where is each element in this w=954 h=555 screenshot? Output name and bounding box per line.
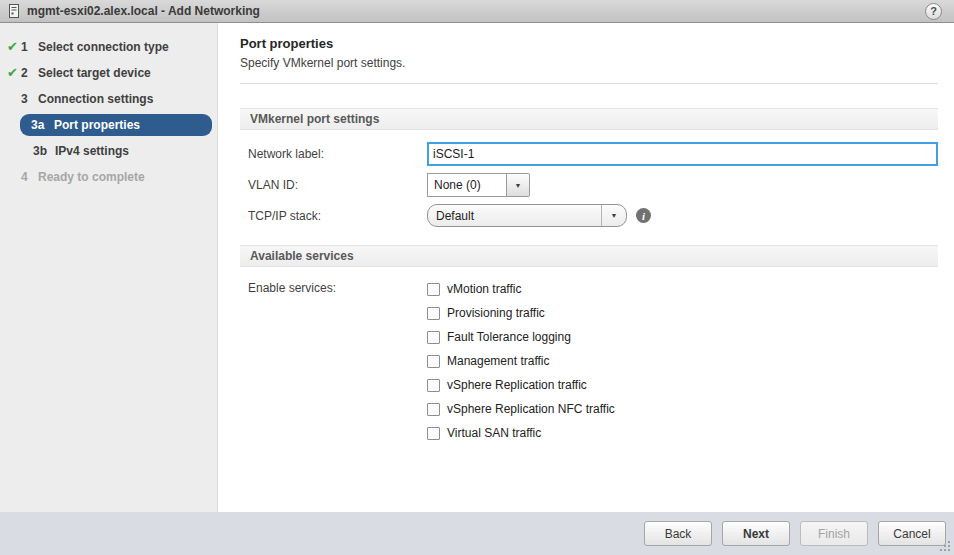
sidebar-item-ready-to-complete: 4 Ready to complete — [0, 164, 217, 190]
checkbox-icon[interactable] — [427, 427, 440, 440]
network-label-row: Network label: — [240, 142, 938, 166]
chevron-down-icon: ▼ — [515, 182, 522, 189]
service-vsphere-replication-nfc-traffic[interactable]: vSphere Replication NFC traffic — [427, 397, 615, 421]
finish-button: Finish — [800, 521, 868, 546]
step-label: Connection settings — [38, 92, 153, 106]
step-number: 3b — [33, 144, 55, 158]
resize-gripper-icon[interactable] — [948, 549, 950, 551]
network-label-input[interactable] — [427, 142, 938, 166]
tcpip-stack-dropdown[interactable]: Default ▼ — [427, 204, 627, 227]
step-number: 3a — [31, 118, 54, 132]
tcpip-stack-label: TCP/IP stack: — [240, 209, 427, 223]
step-number: 4 — [21, 170, 38, 184]
dialog-title: mgmt-esxi02.alex.local - Add Networking — [27, 4, 925, 18]
step-number: 2 — [21, 66, 38, 80]
step-number: 3 — [21, 92, 38, 106]
sidebar-item-select-connection-type[interactable]: ✔ 1 Select connection type — [0, 34, 217, 60]
service-vmotion-traffic[interactable]: vMotion traffic — [427, 277, 615, 301]
service-virtual-san-traffic[interactable]: Virtual SAN traffic — [427, 421, 615, 445]
sidebar-item-ipv4-settings[interactable]: 3b IPv4 settings — [0, 138, 217, 164]
section-vmkernel-port-settings: VMkernel port settings — [240, 108, 938, 130]
checkbox-icon[interactable] — [427, 355, 440, 368]
tcpip-stack-row: TCP/IP stack: Default ▼ i — [240, 204, 938, 227]
tcpip-stack-value: Default — [428, 209, 601, 223]
host-icon — [8, 3, 20, 19]
step-label: IPv4 settings — [55, 144, 129, 158]
wizard-steps-sidebar: ✔ 1 Select connection type ✔ 2 Select ta… — [0, 23, 218, 512]
chevron-down-icon: ▼ — [611, 212, 618, 219]
sidebar-item-port-properties-current[interactable]: 3a Port properties — [20, 114, 212, 136]
vlan-id-label: VLAN ID: — [240, 178, 427, 192]
checkbox-icon[interactable] — [427, 379, 440, 392]
step-label: Ready to complete — [38, 170, 145, 184]
network-label-label: Network label: — [240, 147, 427, 161]
next-button[interactable]: Next — [722, 521, 790, 546]
services-checkbox-list: vMotion traffic Provisioning traffic Fau… — [427, 277, 615, 445]
header-divider — [240, 83, 938, 84]
wizard-footer: Back Next Finish Cancel — [0, 512, 954, 555]
page-title: Port properties — [240, 36, 938, 51]
help-icon[interactable]: ? — [925, 3, 942, 20]
vlan-id-row: VLAN ID: None (0) ▼ — [240, 173, 938, 197]
service-fault-tolerance-logging[interactable]: Fault Tolerance logging — [427, 325, 615, 349]
checkbox-icon[interactable] — [427, 331, 440, 344]
service-vsphere-replication-traffic[interactable]: vSphere Replication traffic — [427, 373, 615, 397]
section-available-services: Available services — [240, 245, 938, 267]
back-button[interactable]: Back — [644, 521, 712, 546]
wizard-content: Port properties Specify VMkernel port se… — [218, 23, 954, 512]
checkbox-icon[interactable] — [427, 403, 440, 416]
service-provisioning-traffic[interactable]: Provisioning traffic — [427, 301, 615, 325]
checkbox-icon[interactable] — [427, 283, 440, 296]
sidebar-item-select-target-device[interactable]: ✔ 2 Select target device — [0, 60, 217, 86]
checkbox-icon[interactable] — [427, 307, 440, 320]
page-subtitle: Specify VMkernel port settings. — [240, 56, 938, 70]
title-bar: mgmt-esxi02.alex.local - Add Networking … — [0, 0, 954, 23]
check-icon: ✔ — [7, 39, 18, 54]
step-label: Select target device — [38, 66, 151, 80]
cancel-button[interactable]: Cancel — [878, 521, 946, 546]
vlan-id-dropdown[interactable]: None (0) ▼ — [427, 173, 530, 197]
sidebar-item-connection-settings[interactable]: 3 Connection settings — [0, 86, 217, 112]
check-icon: ✔ — [7, 65, 18, 80]
step-number: 1 — [21, 40, 38, 54]
enable-services-row: Enable services: vMotion traffic Provisi… — [240, 277, 938, 445]
service-management-traffic[interactable]: Management traffic — [427, 349, 615, 373]
step-label: Select connection type — [38, 40, 169, 54]
info-icon[interactable]: i — [636, 208, 651, 223]
step-label: Port properties — [54, 118, 140, 132]
vlan-id-value: None (0) — [427, 173, 507, 197]
enable-services-label: Enable services: — [240, 277, 427, 295]
add-networking-dialog: mgmt-esxi02.alex.local - Add Networking … — [0, 0, 954, 555]
tcpip-dropdown-button[interactable]: ▼ — [602, 212, 626, 219]
vlan-dropdown-button[interactable]: ▼ — [507, 173, 530, 197]
